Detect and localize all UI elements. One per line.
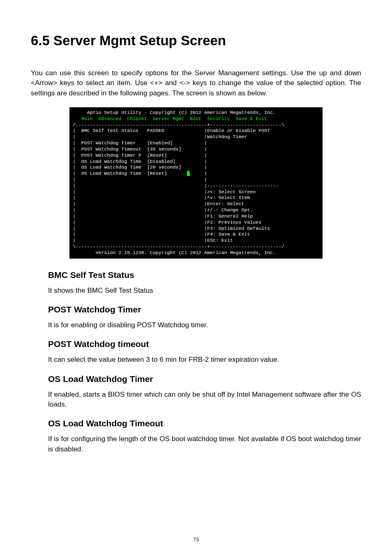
intro-paragraph: You can use this screen to specify optio… xyxy=(31,68,361,98)
setting-description: It is for enabling or disabling POST Wat… xyxy=(31,320,361,330)
setting-title: POST Watchdog Timer xyxy=(31,305,361,314)
setting-description: If enabled, starts a BIOS timer which ca… xyxy=(31,390,361,410)
page-number: 73 xyxy=(0,537,392,543)
setting-description: It can select the value between 3 to 6 m… xyxy=(31,355,361,365)
bios-screenshot: Aptio Setup Utility - Copyright (C) 2012… xyxy=(69,107,323,259)
setting-description: If is for configuring the length of the … xyxy=(31,434,361,454)
setting-title: BMC Self Test Status xyxy=(31,270,361,280)
setting-title: OS Load Watchdog Timer xyxy=(31,374,361,384)
page-title: 6.5 Server Mgmt Setup Screen xyxy=(31,33,361,49)
setting-title: OS Load Watchdog Timeout xyxy=(31,419,361,428)
setting-title: POST Watchdog timeout xyxy=(31,339,361,349)
setting-description: It shows the BMC Self Test Status xyxy=(31,286,361,296)
